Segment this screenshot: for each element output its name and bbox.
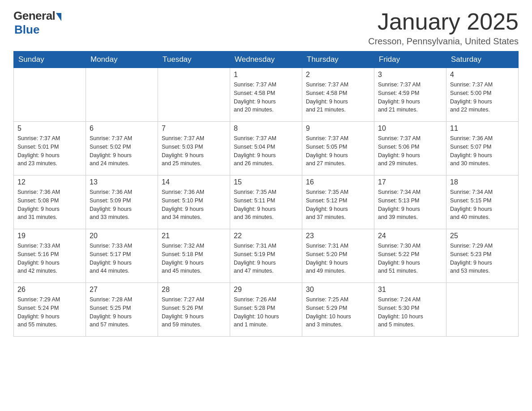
day-info: Sunrise: 7:27 AM Sunset: 5:26 PM Dayligh… bbox=[162, 295, 226, 329]
day-number: 3 bbox=[378, 71, 442, 79]
day-info: Sunrise: 7:37 AM Sunset: 5:00 PM Dayligh… bbox=[450, 81, 515, 114]
day-number: 12 bbox=[17, 178, 82, 186]
day-number: 31 bbox=[378, 286, 442, 294]
day-info: Sunrise: 7:36 AM Sunset: 5:07 PM Dayligh… bbox=[450, 134, 515, 168]
location-text: Cresson, Pennsylvania, United States bbox=[368, 36, 519, 47]
calendar-cell bbox=[86, 68, 158, 122]
calendar-cell bbox=[158, 68, 230, 122]
day-info: Sunrise: 7:24 AM Sunset: 5:30 PM Dayligh… bbox=[378, 295, 442, 329]
day-info: Sunrise: 7:35 AM Sunset: 5:12 PM Dayligh… bbox=[306, 188, 370, 222]
calendar-cell: 2Sunrise: 7:37 AM Sunset: 4:58 PM Daylig… bbox=[302, 68, 374, 122]
calendar-week-1: 1Sunrise: 7:37 AM Sunset: 4:58 PM Daylig… bbox=[14, 68, 519, 122]
day-info: Sunrise: 7:37 AM Sunset: 5:06 PM Dayligh… bbox=[378, 134, 442, 168]
calendar-cell: 10Sunrise: 7:37 AM Sunset: 5:06 PM Dayli… bbox=[374, 122, 446, 176]
calendar-cell: 6Sunrise: 7:37 AM Sunset: 5:02 PM Daylig… bbox=[86, 122, 158, 176]
day-info: Sunrise: 7:37 AM Sunset: 5:03 PM Dayligh… bbox=[162, 134, 226, 168]
day-number: 6 bbox=[90, 124, 154, 133]
day-number: 18 bbox=[450, 178, 515, 186]
calendar-cell: 20Sunrise: 7:33 AM Sunset: 5:17 PM Dayli… bbox=[86, 229, 158, 283]
day-info: Sunrise: 7:26 AM Sunset: 5:28 PM Dayligh… bbox=[234, 295, 298, 329]
day-number: 28 bbox=[162, 286, 226, 294]
day-info: Sunrise: 7:37 AM Sunset: 4:58 PM Dayligh… bbox=[306, 81, 370, 114]
day-number: 13 bbox=[90, 178, 154, 186]
day-number: 24 bbox=[378, 232, 442, 240]
day-number: 20 bbox=[90, 232, 154, 240]
day-info: Sunrise: 7:34 AM Sunset: 5:13 PM Dayligh… bbox=[378, 188, 442, 222]
day-number: 5 bbox=[17, 124, 82, 133]
calendar-cell: 5Sunrise: 7:37 AM Sunset: 5:01 PM Daylig… bbox=[14, 122, 86, 176]
calendar-cell: 30Sunrise: 7:25 AM Sunset: 5:29 PM Dayli… bbox=[302, 283, 374, 337]
day-info: Sunrise: 7:37 AM Sunset: 5:02 PM Dayligh… bbox=[90, 134, 154, 168]
day-number: 9 bbox=[306, 124, 370, 133]
page-header: General Blue January 2025 Cresson, Penns… bbox=[13, 9, 519, 47]
calendar-cell bbox=[446, 283, 519, 337]
calendar-cell: 31Sunrise: 7:24 AM Sunset: 5:30 PM Dayli… bbox=[374, 283, 446, 337]
logo-blue-text: Blue bbox=[14, 23, 39, 37]
calendar-cell: 27Sunrise: 7:28 AM Sunset: 5:25 PM Dayli… bbox=[86, 283, 158, 337]
calendar-cell: 16Sunrise: 7:35 AM Sunset: 5:12 PM Dayli… bbox=[302, 176, 374, 229]
day-number: 14 bbox=[162, 178, 226, 186]
weekday-header-thursday: Thursday bbox=[302, 51, 374, 68]
calendar-week-2: 5Sunrise: 7:37 AM Sunset: 5:01 PM Daylig… bbox=[14, 122, 519, 176]
day-number: 25 bbox=[450, 232, 515, 240]
calendar-week-4: 19Sunrise: 7:33 AM Sunset: 5:16 PM Dayli… bbox=[14, 229, 519, 283]
day-info: Sunrise: 7:29 AM Sunset: 5:23 PM Dayligh… bbox=[450, 242, 515, 275]
calendar-cell: 4Sunrise: 7:37 AM Sunset: 5:00 PM Daylig… bbox=[446, 68, 519, 122]
day-number: 30 bbox=[306, 286, 370, 294]
day-number: 10 bbox=[378, 124, 442, 133]
day-info: Sunrise: 7:36 AM Sunset: 5:09 PM Dayligh… bbox=[90, 188, 154, 222]
day-info: Sunrise: 7:37 AM Sunset: 5:05 PM Dayligh… bbox=[306, 134, 370, 168]
calendar-cell: 8Sunrise: 7:37 AM Sunset: 5:04 PM Daylig… bbox=[230, 122, 302, 176]
day-info: Sunrise: 7:28 AM Sunset: 5:25 PM Dayligh… bbox=[90, 295, 154, 329]
weekday-header-wednesday: Wednesday bbox=[230, 51, 302, 68]
day-info: Sunrise: 7:29 AM Sunset: 5:24 PM Dayligh… bbox=[17, 295, 82, 329]
calendar-cell: 29Sunrise: 7:26 AM Sunset: 5:28 PM Dayli… bbox=[230, 283, 302, 337]
weekday-header-sunday: Sunday bbox=[14, 51, 86, 68]
day-info: Sunrise: 7:30 AM Sunset: 5:22 PM Dayligh… bbox=[378, 242, 442, 275]
day-info: Sunrise: 7:33 AM Sunset: 5:16 PM Dayligh… bbox=[17, 242, 82, 275]
calendar-cell: 9Sunrise: 7:37 AM Sunset: 5:05 PM Daylig… bbox=[302, 122, 374, 176]
weekday-header-monday: Monday bbox=[86, 51, 158, 68]
day-number: 4 bbox=[450, 71, 515, 79]
day-number: 2 bbox=[306, 71, 370, 79]
day-info: Sunrise: 7:25 AM Sunset: 5:29 PM Dayligh… bbox=[306, 295, 370, 329]
calendar-cell: 18Sunrise: 7:34 AM Sunset: 5:15 PM Dayli… bbox=[446, 176, 519, 229]
calendar-cell: 25Sunrise: 7:29 AM Sunset: 5:23 PM Dayli… bbox=[446, 229, 519, 283]
calendar-cell: 1Sunrise: 7:37 AM Sunset: 4:58 PM Daylig… bbox=[230, 68, 302, 122]
calendar-cell: 7Sunrise: 7:37 AM Sunset: 5:03 PM Daylig… bbox=[158, 122, 230, 176]
weekday-header-saturday: Saturday bbox=[446, 51, 519, 68]
calendar-week-3: 12Sunrise: 7:36 AM Sunset: 5:08 PM Dayli… bbox=[14, 176, 519, 229]
calendar-week-5: 26Sunrise: 7:29 AM Sunset: 5:24 PM Dayli… bbox=[14, 283, 519, 337]
day-number: 26 bbox=[17, 286, 82, 294]
day-info: Sunrise: 7:37 AM Sunset: 4:59 PM Dayligh… bbox=[378, 81, 442, 114]
day-info: Sunrise: 7:36 AM Sunset: 5:10 PM Dayligh… bbox=[162, 188, 226, 222]
day-number: 11 bbox=[450, 124, 515, 133]
calendar-cell: 17Sunrise: 7:34 AM Sunset: 5:13 PM Dayli… bbox=[374, 176, 446, 229]
calendar-cell: 14Sunrise: 7:36 AM Sunset: 5:10 PM Dayli… bbox=[158, 176, 230, 229]
day-info: Sunrise: 7:32 AM Sunset: 5:18 PM Dayligh… bbox=[162, 242, 226, 275]
calendar-cell bbox=[14, 68, 86, 122]
calendar-cell: 22Sunrise: 7:31 AM Sunset: 5:19 PM Dayli… bbox=[230, 229, 302, 283]
day-number: 7 bbox=[162, 124, 226, 133]
day-number: 21 bbox=[162, 232, 226, 240]
day-info: Sunrise: 7:36 AM Sunset: 5:08 PM Dayligh… bbox=[17, 188, 82, 222]
calendar-table: SundayMondayTuesdayWednesdayThursdayFrid… bbox=[13, 51, 519, 337]
day-number: 8 bbox=[234, 124, 298, 133]
title-section: January 2025 Cresson, Pennsylvania, Unit… bbox=[368, 9, 519, 47]
month-title: January 2025 bbox=[368, 9, 519, 34]
weekday-header-friday: Friday bbox=[374, 51, 446, 68]
day-info: Sunrise: 7:35 AM Sunset: 5:11 PM Dayligh… bbox=[234, 188, 298, 222]
calendar-cell: 21Sunrise: 7:32 AM Sunset: 5:18 PM Dayli… bbox=[158, 229, 230, 283]
day-number: 29 bbox=[234, 286, 298, 294]
day-number: 19 bbox=[17, 232, 82, 240]
calendar-cell: 11Sunrise: 7:36 AM Sunset: 5:07 PM Dayli… bbox=[446, 122, 519, 176]
logo-arrow-icon bbox=[56, 13, 61, 21]
day-info: Sunrise: 7:31 AM Sunset: 5:19 PM Dayligh… bbox=[234, 242, 298, 275]
day-number: 17 bbox=[378, 178, 442, 186]
calendar-cell: 24Sunrise: 7:30 AM Sunset: 5:22 PM Dayli… bbox=[374, 229, 446, 283]
calendar-cell: 28Sunrise: 7:27 AM Sunset: 5:26 PM Dayli… bbox=[158, 283, 230, 337]
calendar-cell: 15Sunrise: 7:35 AM Sunset: 5:11 PM Dayli… bbox=[230, 176, 302, 229]
calendar-cell: 23Sunrise: 7:31 AM Sunset: 5:20 PM Dayli… bbox=[302, 229, 374, 283]
weekday-header-tuesday: Tuesday bbox=[158, 51, 230, 68]
day-number: 27 bbox=[90, 286, 154, 294]
